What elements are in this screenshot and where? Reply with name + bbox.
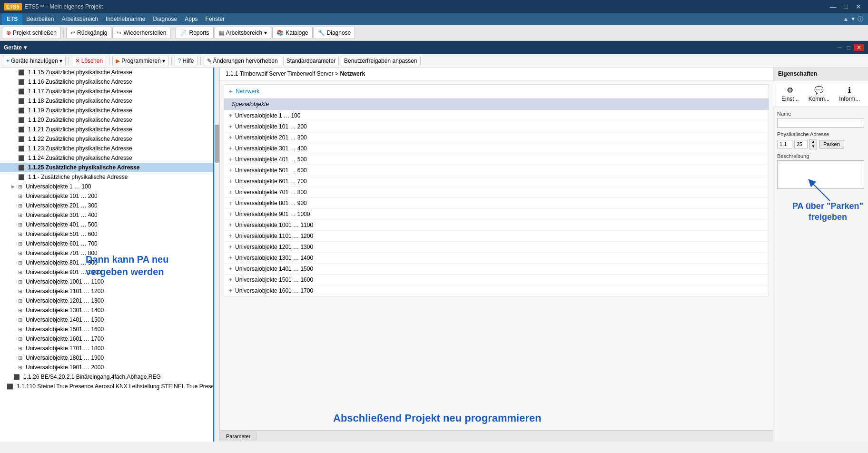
tree-item[interactable]: ⬛1.1.16 Zusätzliche physikalische Adress…: [0, 77, 213, 87]
uni-row[interactable]: +Universalobjekte 1201 … 1300: [224, 241, 769, 252]
left-scrollbar[interactable]: [214, 68, 220, 442]
close-button[interactable]: ✕: [853, 0, 864, 13]
tree-item[interactable]: ⊞Universalobjekte 501 … 600: [0, 229, 213, 239]
uni-row[interactable]: +Universalobjekte 1 … 100: [224, 110, 769, 121]
kataloge-label: Kataloge: [286, 30, 308, 36]
menu-apps[interactable]: Apps: [181, 13, 201, 25]
tree-item[interactable]: ⬛1.1.24 Zusätzliche physikalische Adress…: [0, 153, 213, 163]
spinner-down-button[interactable]: ▼: [810, 144, 817, 149]
menu-arbeitsbereich[interactable]: Arbeitsbereich: [58, 13, 102, 25]
beschreibung-textarea[interactable]: [777, 160, 864, 189]
tree-item[interactable]: ⬛1.1.- Zusätzliche physikalische Adresse: [0, 172, 213, 182]
tree-item[interactable]: ⬛1.1.21 Zusätzliche physikalische Adress…: [0, 125, 213, 134]
tree-item[interactable]: ⊞Universalobjekte 1801 … 1900: [0, 353, 213, 363]
benutzerfreigaben-button[interactable]: Benutzerfreigaben anpassen: [341, 56, 420, 66]
uni-row[interactable]: +Universalobjekte 901 … 1000: [224, 208, 769, 219]
tree-item-label: 1.1.17 Zusätzliche physikalische Adresse: [28, 87, 132, 96]
tree-item[interactable]: ⬛1.1.19 Zusätzliche physikalische Adress…: [0, 106, 213, 115]
tree-item[interactable]: ⬛1.1.25 Zusätzliche physikalische Adress…: [0, 163, 213, 172]
phys-addr-input-2[interactable]: [794, 140, 808, 148]
wiederherstellen-button[interactable]: ↪ Wiederherstellen: [112, 27, 170, 39]
diagnose-button[interactable]: 🔧 Diagnose: [314, 27, 355, 39]
menu-diagnose[interactable]: Diagnose: [149, 13, 181, 25]
tree-item[interactable]: ⊞Universalobjekte 1401 … 1500: [0, 315, 213, 325]
tree-item[interactable]: ⊞Universalobjekte 801 … 900: [0, 258, 213, 267]
uni-row[interactable]: +Universalobjekte 1401 … 1500: [224, 263, 769, 274]
aenderungen-hervorheben-button[interactable]: ✎ Änderungen hervorheben: [204, 56, 281, 66]
tree-item[interactable]: ⊞Universalobjekte 701 … 800: [0, 248, 213, 258]
tree-item[interactable]: ⬛1.1.15 Zusätzliche physikalische Adress…: [0, 68, 213, 77]
einstellungen-icon: ⚙: [787, 86, 793, 95]
kataloge-button[interactable]: 📚 Kataloge: [272, 27, 312, 39]
maximize-button[interactable]: □: [841, 0, 851, 13]
tree-item[interactable]: ⬛1.1.26 BE/S4.20.2.1 Binäreingang,4fach,…: [0, 372, 213, 382]
hilfe-button[interactable]: ? Hilfe: [175, 56, 197, 66]
tab-einstellungen[interactable]: ⚙ Einst...: [777, 83, 803, 105]
menu-ets[interactable]: ETS: [2, 13, 22, 25]
uni-row[interactable]: +Universalobjekte 401 … 500: [224, 154, 769, 165]
tree-item[interactable]: ⊞Universalobjekte 201 … 300: [0, 201, 213, 210]
uni-row[interactable]: +Universalobjekte 1501 … 1600: [224, 274, 769, 285]
phys-addr-input-1[interactable]: [777, 140, 792, 148]
reports-button[interactable]: 📄 Reports: [176, 27, 213, 39]
uni-row[interactable]: +Universalobjekte 601 … 700: [224, 176, 769, 187]
standardparameter-button[interactable]: Standardparameter: [283, 56, 339, 66]
tree-item[interactable]: ⊞Universalobjekte 1601 … 1700: [0, 334, 213, 344]
tree-item[interactable]: ⬛1.1.17 Zusätzliche physikalische Adress…: [0, 87, 213, 96]
arbeitsbereich-button[interactable]: ▦ Arbeitsbereich ▾: [215, 27, 272, 39]
menu-inbetriebnahme[interactable]: Inbetriebnahme: [102, 13, 149, 25]
uni-row[interactable]: +Universalobjekte 801 … 900: [224, 197, 769, 208]
tree-item[interactable]: ⊞Universalobjekte 301 … 400: [0, 210, 213, 220]
uni-row[interactable]: +Universalobjekte 1001 … 1100: [224, 219, 769, 230]
uni-row[interactable]: +Universalobjekte 501 … 600: [224, 165, 769, 176]
network-expand-icon[interactable]: +: [229, 88, 233, 95]
tree-item[interactable]: ⊞Universalobjekte 1101 … 1200: [0, 286, 213, 296]
rueckgaengig-button[interactable]: ↩ Rückgängig: [66, 27, 111, 39]
programmieren-button[interactable]: ▶ Programmieren ▾: [112, 56, 168, 66]
uni-row[interactable]: +Universalobjekte 1601 … 1700: [224, 285, 769, 296]
spinner-up-button[interactable]: ▲: [810, 139, 817, 144]
tab-informationen[interactable]: ℹ Inform...: [835, 83, 864, 105]
tree-item[interactable]: ⬛1.1.110 Steinel True Presence Aerosol K…: [0, 382, 213, 391]
tree-item[interactable]: ⊞Universalobjekte 601 … 700: [0, 239, 213, 248]
tree-item[interactable]: ⊞Universalobjekte 1701 … 1800: [0, 344, 213, 353]
geraete-hinzufuegen-button[interactable]: + Geräte hinzufügen ▾: [3, 56, 66, 66]
tab-kommentare[interactable]: 💬 Komm...: [804, 83, 834, 105]
tree-item[interactable]: ⬛1.1.23 Zusätzliche physikalische Adress…: [0, 144, 213, 153]
projekt-schliessen-button[interactable]: ⊗ Projekt schließen: [2, 27, 61, 39]
tree-item[interactable]: ⊞Universalobjekte 101 … 200: [0, 191, 213, 201]
tree-item[interactable]: ⊞Universalobjekte 1201 … 1300: [0, 296, 213, 305]
loeschen-button[interactable]: ✕ Löschen: [72, 56, 106, 66]
uni-row[interactable]: +Universalobjekte 201 … 300: [224, 132, 769, 143]
menu-fenster[interactable]: Fenster: [202, 13, 229, 25]
tree-item[interactable]: ⊞Universalobjekte 1001 … 1100: [0, 277, 213, 286]
tree-item[interactable]: ⊞Universalobjekte 1301 … 1400: [0, 305, 213, 315]
tree-item[interactable]: ▶⊞Universalobjekte 1 … 100: [0, 182, 213, 191]
uni-row[interactable]: +Universalobjekte 101 … 200: [224, 121, 769, 132]
uni-row[interactable]: +Universalobjekte 1301 … 1400: [224, 252, 769, 263]
tree-item[interactable]: ⊞Universalobjekte 401 … 500: [0, 220, 213, 229]
tree-item[interactable]: ⬛1.1.18 Zusätzliche physikalische Adress…: [0, 96, 213, 106]
parameter-tab[interactable]: Parameter: [220, 432, 256, 441]
minimize-button[interactable]: —: [827, 0, 839, 13]
tree-item[interactable]: ⊞Universalobjekte 901 … 1000: [0, 267, 213, 277]
parken-button[interactable]: Parken: [819, 140, 844, 148]
tree-item[interactable]: ⬛1.1.22 Zusätzliche physikalische Adress…: [0, 134, 213, 144]
informationen-tab-label: Inform...: [839, 96, 860, 102]
uni-row[interactable]: +Universalobjekte 701 … 800: [224, 187, 769, 197]
geraete-minimize-button[interactable]: ─: [836, 44, 844, 51]
geraete-dropdown-icon[interactable]: ▾: [24, 44, 27, 51]
geraete-maximize-button[interactable]: □: [845, 44, 852, 51]
tree-item-label: Universalobjekte 901 … 1000: [26, 267, 100, 277]
uni-row[interactable]: +Universalobjekte 301 … 400: [224, 143, 769, 154]
name-input[interactable]: [777, 118, 864, 128]
tree-item[interactable]: ⬛1.1.20 Zusätzliche physikalische Adress…: [0, 115, 213, 125]
tree-item[interactable]: ⊞Universalobjekte 1501 … 1600: [0, 325, 213, 334]
uni-row[interactable]: +Universalobjekte 1101 … 1200: [224, 230, 769, 241]
tree-item[interactable]: ⊞Universalobjekte 1901 … 2000: [0, 363, 213, 372]
menu-bearbeiten[interactable]: Bearbeiten: [22, 13, 58, 25]
properties-panel: Eigenschaften ⚙ Einst... 💬 Komm... ℹ Inf…: [773, 68, 868, 442]
geraete-close-button[interactable]: ✕: [854, 44, 864, 51]
grid-icon: ⊞: [18, 277, 22, 286]
loeschen-label: Löschen: [81, 58, 103, 64]
